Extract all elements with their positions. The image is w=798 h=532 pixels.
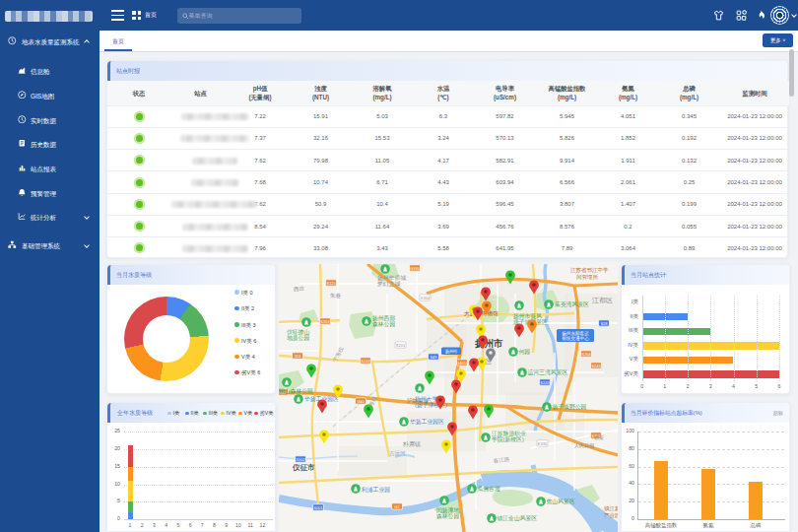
svg-text:人民日报: 人民日报 [574, 442, 594, 449]
svg-text:S49: S49 [430, 355, 437, 360]
svg-text:S264: S264 [581, 352, 591, 357]
svg-text:利浦工业园: 利浦工业园 [362, 486, 390, 494]
svg-text:瓜洲古渡: 瓜洲古渡 [478, 486, 500, 493]
svg-text:X002: X002 [296, 457, 305, 462]
svg-text:镇江金山风景区: 镇江金山风景区 [498, 514, 538, 522]
svg-text:梦幻之城: 梦幻之城 [377, 281, 400, 288]
svg-text:古运河: 古运河 [389, 450, 406, 457]
svg-text:G2: G2 [394, 504, 400, 509]
svg-text:S243: S243 [591, 364, 601, 368]
svg-text:X304: X304 [421, 296, 431, 300]
svg-text:G40: G40 [357, 399, 365, 404]
svg-text:S243: S243 [540, 380, 550, 385]
svg-text:茱萸湾风景区: 茱萸湾风景区 [555, 300, 589, 308]
svg-text:横安: 横安 [594, 434, 604, 440]
svg-text:G940: G940 [410, 266, 421, 271]
svg-text:焦山风景区: 焦山风景区 [547, 498, 575, 504]
svg-text:353: 353 [295, 354, 301, 359]
svg-text:铜山森林公园: 铜山森林公园 [279, 387, 313, 395]
svg-text:学院(新校区): 学院(新校区) [492, 435, 524, 443]
svg-text:S001: S001 [313, 505, 323, 510]
svg-text:G4011: G4011 [456, 361, 468, 366]
svg-text:华扬工业园区: 华扬工业园区 [410, 418, 444, 426]
svg-text:仪征市: 仪征市 [292, 463, 315, 472]
svg-text:镇江新材: 镇江新材 [604, 505, 618, 512]
svg-text:K335: K335 [538, 441, 548, 446]
svg-text:S353: S353 [320, 319, 330, 324]
svg-text:西庄: 西庄 [294, 286, 305, 293]
svg-text:森林公园: 森林公园 [436, 513, 459, 520]
svg-text:何园: 何园 [519, 349, 531, 356]
svg-text:森林公园: 森林公园 [372, 321, 395, 328]
svg-text:闰管理所: 闰管理所 [576, 274, 599, 281]
svg-text:江都区: 江都区 [592, 297, 613, 304]
svg-text:运河三湾风景区: 运河三湾风景区 [528, 368, 568, 376]
svg-text:S243: S243 [361, 359, 370, 364]
svg-text:江苏省邗江中学: 江苏省邗江中学 [570, 267, 609, 274]
svg-text:朱巷: 朱巷 [330, 293, 342, 299]
svg-text:朴席镇: 朴席镇 [402, 440, 421, 447]
svg-text:地质公园: 地质公园 [287, 335, 309, 342]
svg-text:扬子颂野公园: 扬子颂野公园 [553, 403, 587, 411]
svg-text:枢纽交通中心: 枢纽交通中心 [562, 335, 589, 341]
svg-text:产业园区: 产业园区 [604, 512, 618, 519]
svg-text:S28: S28 [600, 321, 608, 326]
svg-text:S125: S125 [326, 281, 336, 286]
svg-text:X201: X201 [396, 343, 406, 348]
